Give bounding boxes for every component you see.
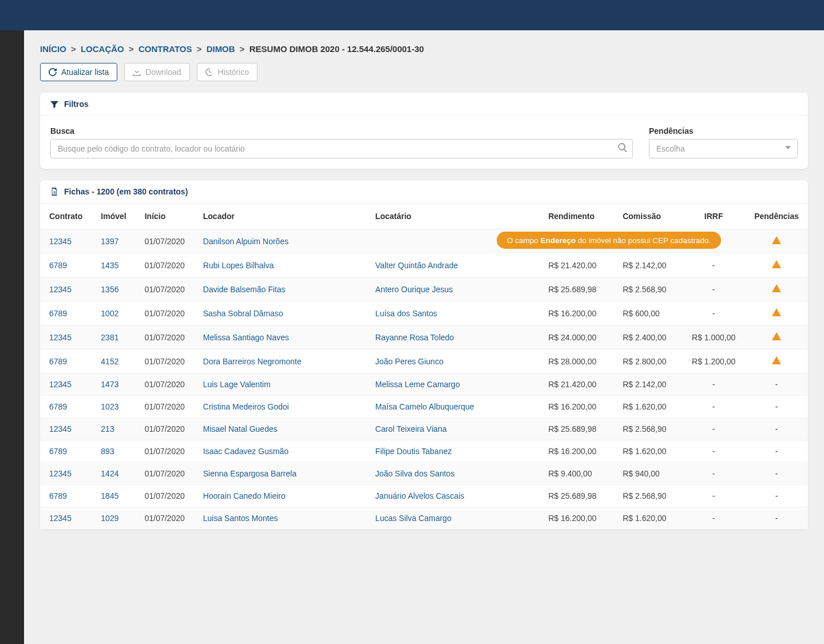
cell-inicio: 01/07/2020	[136, 485, 194, 507]
cell-imovel: 893	[92, 440, 135, 463]
cell-locatario: João Peres Giunco	[366, 349, 539, 373]
imovel-link[interactable]: 893	[101, 447, 114, 456]
refresh-button[interactable]: Atualizar lista	[40, 63, 117, 81]
cell-comissao: R$ 1.620,00	[613, 440, 682, 463]
cell-contrato: 6789	[40, 440, 92, 463]
contrato-link[interactable]: 6789	[49, 357, 67, 366]
cell-locador: Cristina Medeiros Godoi	[194, 396, 366, 418]
locatario-link[interactable]: Antero Ourique Jesus	[375, 285, 453, 294]
contrato-link[interactable]: 6789	[49, 491, 67, 500]
imovel-link[interactable]: 1424	[101, 469, 118, 478]
imovel-link[interactable]: 1845	[101, 491, 118, 500]
warning-icon[interactable]	[772, 261, 781, 271]
cell-comissao: R$ 2.400,00	[613, 325, 682, 349]
cell-contrato: 6789	[40, 349, 92, 373]
locatario-link[interactable]: Carol Teixeira Viana	[375, 424, 447, 434]
cell-pendencias: -	[745, 463, 808, 485]
contrato-link[interactable]: 12345	[49, 514, 72, 523]
cell-pendencias	[745, 349, 808, 373]
contrato-link[interactable]: 6789	[49, 261, 67, 270]
table-row: 6789143501/07/2020Rubi Lopes BilhalvaVal…	[40, 253, 808, 277]
cell-locatario: João Silva dos Santos	[366, 463, 539, 485]
pendencias-select[interactable]: Escolha	[649, 139, 798, 158]
locador-link[interactable]: Cristina Medeiros Godoi	[203, 402, 289, 411]
contrato-link[interactable]: 12345	[49, 469, 72, 478]
locador-link[interactable]: Dora Barreiros Negromonte	[203, 357, 302, 366]
download-button[interactable]: Download	[124, 63, 189, 81]
breadcrumb-sep: >	[129, 44, 134, 54]
warning-icon[interactable]	[772, 333, 781, 343]
locatario-link[interactable]: Luísa dos Santos	[375, 309, 437, 318]
history-button[interactable]: Histórico	[197, 63, 258, 81]
locatario-link[interactable]: Rayanne Rosa Toledo	[375, 333, 454, 342]
contrato-link[interactable]: 12345	[49, 285, 72, 294]
warning-icon[interactable]	[772, 285, 781, 295]
locatario-link[interactable]: Lucas Silva Camargo	[375, 514, 451, 523]
locador-link[interactable]: Danilson Alpuim Norões	[203, 237, 288, 246]
warning-icon[interactable]	[772, 237, 781, 247]
locador-link[interactable]: Sasha Sobral Dâmaso	[203, 309, 283, 318]
breadcrumb-link[interactable]: CONTRATOS	[138, 44, 192, 54]
contrato-link[interactable]: 6789	[49, 447, 67, 456]
imovel-link[interactable]: 1397	[101, 237, 118, 246]
cell-pendencias: -	[745, 418, 808, 440]
locatario-link[interactable]: Maísa Camelo Albuquerque	[375, 402, 474, 411]
imovel-link[interactable]: 1356	[101, 285, 118, 294]
cell-imovel: 213	[92, 418, 135, 440]
contrato-link[interactable]: 6789	[49, 309, 67, 318]
contrato-link[interactable]: 12345	[49, 237, 72, 246]
cell-pendencias	[745, 229, 808, 253]
search-input[interactable]	[50, 139, 633, 158]
locador-link[interactable]: Luis Lage Valentim	[203, 380, 271, 389]
locatario-link[interactable]: Valter Quintão Andrade	[375, 261, 458, 270]
imovel-link[interactable]: 1029	[101, 514, 118, 523]
cell-contrato: 6789	[40, 485, 92, 507]
cell-imovel: 1356	[92, 277, 135, 301]
cell-contrato: 12345	[40, 229, 92, 253]
breadcrumb-sep: >	[71, 44, 76, 54]
th-comissao: Comissão	[613, 204, 682, 229]
imovel-link[interactable]: 1473	[101, 380, 118, 389]
locador-link[interactable]: Hoorain Canedo Mieiro	[203, 491, 286, 500]
imovel-link[interactable]: 1002	[101, 309, 118, 318]
table-row: 12345102901/07/2020Luisa Santos MontesLu…	[40, 507, 808, 530]
locatario-link[interactable]: Januário Alvelos Cascais	[375, 491, 465, 500]
locatario-link[interactable]: Filipe Doutis Tabanez	[375, 447, 452, 456]
locador-link[interactable]: Davide Balsemão Fitas	[203, 285, 286, 294]
locador-link[interactable]: Rubi Lopes Bilhalva	[203, 261, 274, 270]
cell-locador: Rubi Lopes Bilhalva	[194, 253, 366, 277]
warning-icon[interactable]	[772, 357, 781, 367]
contrato-link[interactable]: 12345	[49, 424, 72, 434]
locador-link[interactable]: Luisa Santos Montes	[203, 514, 278, 523]
breadcrumb-link[interactable]: INÍCIO	[40, 44, 66, 54]
contrato-link[interactable]: 6789	[49, 402, 67, 411]
contrato-link[interactable]: 12345	[49, 333, 72, 342]
breadcrumb-link[interactable]: LOCAÇÃO	[81, 44, 124, 54]
cell-locador: Isaac Cadavez Gusmão	[194, 440, 366, 463]
locador-link[interactable]: Sienna Espargosa Barrela	[203, 469, 296, 478]
warning-icon[interactable]	[772, 309, 781, 319]
cell-locador: Luis Lage Valentim	[194, 373, 366, 396]
contrato-link[interactable]: 12345	[49, 380, 72, 389]
locatario-link[interactable]: João Peres Giunco	[375, 357, 443, 366]
imovel-link[interactable]: 1435	[101, 261, 118, 270]
filters-panel: Filtros Busca Pendências	[40, 93, 808, 169]
cell-locatario: Filipe Doutis Tabanez	[366, 440, 539, 463]
imovel-link[interactable]: 213	[101, 424, 114, 434]
cell-locador: Davide Balsemão Fitas	[194, 277, 366, 301]
table-title: Fichas - 1200 (em 380 contratos)	[64, 187, 188, 196]
cell-contrato: 12345	[40, 418, 92, 440]
locador-link[interactable]: Misael Natal Guedes	[203, 424, 278, 434]
locatario-link[interactable]: João Silva dos Santos	[375, 469, 455, 478]
cell-rendimento: R$ 21.420,00	[539, 373, 613, 396]
locatario-link[interactable]: Melissa Leme Camargo	[375, 380, 460, 389]
cell-irrf: -	[682, 253, 745, 277]
imovel-link[interactable]: 1023	[101, 402, 118, 411]
breadcrumb-link[interactable]: DIMOB	[207, 44, 235, 54]
cell-locador: Danilson Alpuim Norões	[194, 229, 366, 253]
imovel-link[interactable]: 2381	[101, 333, 118, 342]
locador-link[interactable]: Melissa Santiago Naves	[203, 333, 289, 342]
locador-link[interactable]: Isaac Cadavez Gusmão	[203, 447, 288, 456]
imovel-link[interactable]: 4152	[101, 357, 118, 366]
cell-locador: Hoorain Canedo Mieiro	[194, 485, 366, 507]
